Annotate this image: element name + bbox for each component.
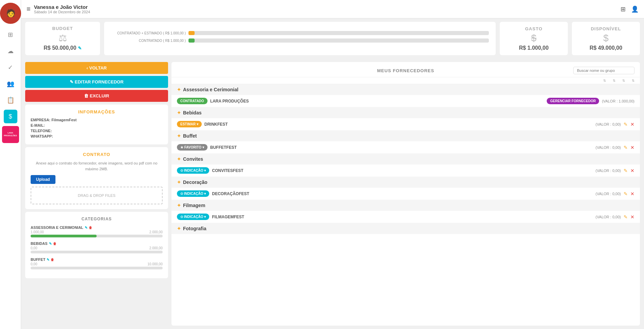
supplier-value: (VALOR : 1.000,00) bbox=[602, 99, 634, 103]
categoria-item: ASSESSORIA E CERIMONIAL ✎ 🗑 1.000,00 2.0… bbox=[31, 225, 163, 237]
editar-button[interactable]: ✎ EDITAR FORNECEDOR bbox=[25, 76, 168, 88]
info-section: INFORMAÇÕES EMPRESA: FilmagemFest E-MAIL… bbox=[25, 105, 168, 144]
gasto-card: GASTO $ R$ 1.000,00 bbox=[500, 22, 568, 55]
excluir-button[interactable]: 🗑 EXCLUIR bbox=[25, 90, 168, 102]
delete-icon[interactable]: ✕ bbox=[630, 122, 634, 127]
category-group-header[interactable]: ✦Fotografia bbox=[171, 223, 640, 234]
delete-icon[interactable]: ✕ bbox=[630, 145, 634, 150]
edit-icon[interactable]: ✎ bbox=[624, 122, 628, 127]
category-group-header[interactable]: ✦Buffet bbox=[171, 130, 640, 141]
categoria-edit-icon[interactable]: ✎ bbox=[47, 258, 49, 262]
disponivel-card: DISPONÍVEL $ R$ 49.000,00 bbox=[572, 22, 640, 55]
category-group-header[interactable]: ✦Filmagem bbox=[171, 200, 640, 211]
disponivel-value: R$ 49.000,00 bbox=[590, 45, 622, 51]
supplier-name: DRINKFEST bbox=[204, 122, 593, 127]
badge-estimar[interactable]: ESTIMAR ▾ bbox=[177, 121, 202, 127]
badge-gerenciar[interactable]: GERENCIAR FORNECEDOR bbox=[547, 98, 599, 104]
category-icon: ✦ bbox=[177, 133, 181, 139]
supplier-value: (VALOR : 0,00) bbox=[596, 215, 621, 219]
main-content: ≡ Vanessa e João Victor Sábado 14 de Dez… bbox=[21, 0, 644, 329]
category-icon: ✦ bbox=[177, 110, 181, 115]
category-group-header[interactable]: ✦Convites bbox=[171, 154, 640, 164]
progress-row-2: CONTRATADO ( R$ 1.000,00 ) bbox=[111, 38, 489, 43]
budget-value: R$ 50.000,00 ✎ bbox=[44, 45, 82, 51]
categorias-title: CATEGORIAS bbox=[31, 217, 163, 221]
empresa-value: FilmagemFest bbox=[51, 118, 77, 122]
supplier-name: DECORAÇÃOFEST bbox=[212, 191, 593, 196]
contrato-title: CONTRATO bbox=[31, 152, 163, 157]
badge-indicacao[interactable]: ⊙ INDICAÇÃO ▾ bbox=[177, 190, 209, 197]
categoria-del-icon[interactable]: 🗑 bbox=[89, 226, 92, 230]
upload-button[interactable]: Upload bbox=[31, 175, 55, 184]
delete-icon[interactable]: ✕ bbox=[630, 168, 634, 173]
topbar-right: ⊞ 👤 bbox=[621, 5, 639, 13]
category-group-header[interactable]: ✦Assessoria e Cerimonial bbox=[171, 84, 640, 95]
categoria-edit-icon[interactable]: ✎ bbox=[85, 226, 87, 230]
right-panel-title: MEUS FORNECEDORES bbox=[329, 68, 482, 73]
categoria-edit-icon[interactable]: ✎ bbox=[49, 242, 52, 246]
badge-indicacao[interactable]: ⊙ INDICAÇÃO ▾ bbox=[177, 167, 209, 174]
supplier-row: ⊙ INDICAÇÃO ▾FILMAGEMFEST(VALOR : 0,00)✎… bbox=[171, 211, 640, 223]
edit-icon[interactable]: ✎ bbox=[624, 145, 628, 150]
categoria-del-icon[interactable]: 🗑 bbox=[53, 242, 56, 246]
content-area: ‹ VOLTAR ✎ EDITAR FORNECEDOR 🗑 EXCLUIR I… bbox=[21, 59, 644, 329]
badge-indicacao[interactable]: ⊙ INDICAÇÃO ▾ bbox=[177, 214, 209, 220]
badge-favorito[interactable]: ★ FAVORITO ▾ bbox=[177, 144, 208, 151]
left-panel: ‹ VOLTAR ✎ EDITAR FORNECEDOR 🗑 EXCLUIR I… bbox=[25, 62, 168, 326]
gasto-icon: $ bbox=[531, 33, 536, 44]
gasto-title: GASTO bbox=[525, 26, 543, 31]
progress-bar-fill-2 bbox=[188, 38, 195, 43]
grid-icon[interactable]: ⊞ bbox=[621, 5, 626, 13]
edit-icon[interactable]: ✎ bbox=[624, 214, 628, 220]
categoria-del-icon[interactable]: 🗑 bbox=[51, 258, 54, 262]
edit-icon[interactable]: ✎ bbox=[624, 191, 628, 197]
categorias-list: ASSESSORIA E CERIMONIAL ✎ 🗑 1.000,00 2.0… bbox=[31, 225, 163, 269]
sidebar: 🧑 ⊞ ☁ ✓ 👥 📋 $ LARA PRODUÇÕES bbox=[0, 0, 21, 329]
right-panel: MEUS FORNECEDORES ⇅ ⇅ ⇅ ⇅ ✦Assessoria e … bbox=[171, 62, 640, 326]
category-icon: ✦ bbox=[177, 87, 181, 92]
sidebar-item-dashboard[interactable]: ⊞ bbox=[4, 28, 17, 42]
col-sort-4[interactable]: ⇅ bbox=[632, 79, 634, 82]
sidebar-item-tasks[interactable]: ✓ bbox=[4, 61, 17, 74]
supplier-row: CONTRATADOLARA PRODUÇÕESGERENCIAR FORNEC… bbox=[171, 95, 640, 107]
col-sort-1[interactable]: ⇅ bbox=[603, 79, 606, 82]
user-icon[interactable]: 👤 bbox=[631, 5, 639, 13]
supplier-row: ESTIMAR ▾DRINKFEST(VALOR : 0,00)✎✕ bbox=[171, 118, 640, 130]
delete-icon[interactable]: ✕ bbox=[630, 191, 634, 197]
supplier-name: LARA PRODUÇÕES bbox=[210, 99, 544, 104]
drag-drop-area[interactable]: DRAG & DROP FILES bbox=[31, 187, 163, 204]
supplier-row: ⊙ INDICAÇÃO ▾DECORAÇÃOFEST(VALOR : 0,00)… bbox=[171, 188, 640, 200]
progress-bar-wrap-2 bbox=[188, 38, 489, 43]
supplier-row: ⊙ INDICAÇÃO ▾CONVITESFEST(VALOR : 0,00)✎… bbox=[171, 164, 640, 177]
category-group-header[interactable]: ✦Decoração bbox=[171, 177, 640, 188]
edit-icon[interactable]: ✎ bbox=[624, 168, 628, 173]
supplier-row: ★ FAVORITO ▾BUFFETFEST(VALOR : 0,00)✎✕ bbox=[171, 141, 640, 154]
sidebar-item-budget[interactable]: $ bbox=[4, 110, 17, 123]
gasto-value: R$ 1.000,00 bbox=[519, 45, 548, 51]
search-input[interactable] bbox=[573, 67, 634, 74]
voltar-button[interactable]: ‹ VOLTAR bbox=[25, 62, 168, 74]
right-panel-header: MEUS FORNECEDORES bbox=[171, 62, 640, 77]
col-sort-2[interactable]: ⇅ bbox=[613, 79, 615, 82]
supplier-value: (VALOR : 0,00) bbox=[596, 145, 621, 150]
progress-row-1: CONTRATADO + ESTIMADO ( R$ 1.000,00 ) bbox=[111, 31, 489, 35]
category-icon: ✦ bbox=[177, 203, 181, 208]
disponivel-title: DISPONÍVEL bbox=[591, 26, 621, 31]
sidebar-item-users[interactable]: 👥 bbox=[4, 77, 17, 91]
col-sort-3[interactable]: ⇅ bbox=[622, 79, 625, 82]
suppliers-list: ✦Assessoria e CerimonialCONTRATADOLARA P… bbox=[171, 84, 640, 326]
contrato-desc: Anexe aqui o contrato do fornecedor, env… bbox=[31, 160, 163, 172]
progress-label-1: CONTRATADO + ESTIMADO ( R$ 1.000,00 ) bbox=[111, 31, 186, 35]
sidebar-item-documents[interactable]: 📋 bbox=[4, 93, 17, 107]
delete-icon[interactable]: ✕ bbox=[630, 214, 634, 220]
menu-icon[interactable]: ≡ bbox=[27, 5, 31, 13]
page-subtitle: Sábado 14 de Dezembro de 2024 bbox=[34, 10, 90, 14]
category-group-header[interactable]: ✦Bebidas bbox=[171, 107, 640, 118]
sidebar-item-cloud[interactable]: ☁ bbox=[4, 44, 17, 58]
budget-edit-icon[interactable]: ✎ bbox=[78, 46, 82, 51]
badge-contratado[interactable]: CONTRATADO bbox=[177, 98, 208, 104]
category-icon: ✦ bbox=[177, 226, 181, 231]
supplier-name: FILMAGEMFEST bbox=[212, 215, 593, 219]
contrato-section: CONTRATO Anexe aqui o contrato do fornec… bbox=[25, 147, 168, 209]
category-icon: ✦ bbox=[177, 179, 181, 185]
